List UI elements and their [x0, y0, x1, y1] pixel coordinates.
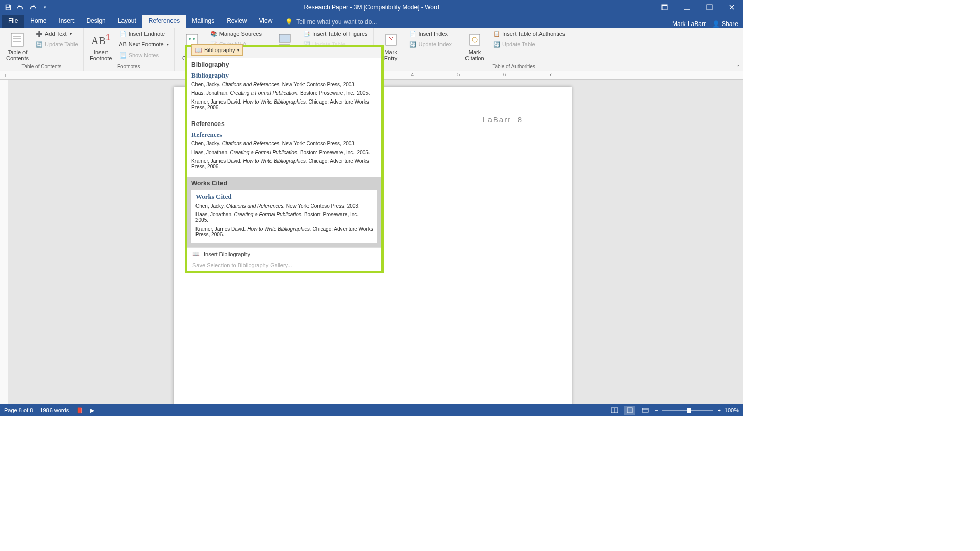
- footnote-label: Insert Footnote: [90, 49, 112, 61]
- svg-rect-10: [186, 34, 198, 45]
- insert-toa-button[interactable]: 📋Insert Table of Authorities: [491, 29, 567, 39]
- toa-icon: 📋: [493, 30, 500, 37]
- undo-icon[interactable]: [15, 2, 26, 12]
- print-layout-icon[interactable]: [624, 406, 635, 415]
- preview-entry: Kramer, James David. How to Write Biblio…: [191, 158, 377, 169]
- share-button[interactable]: 👤 Share: [712, 20, 738, 28]
- tab-design[interactable]: Design: [80, 15, 111, 28]
- preview-entry: Haas, Jonathan. Creating a Formal Public…: [191, 149, 377, 155]
- tell-me-search[interactable]: 💡 Tell me what you want to do...: [281, 16, 381, 28]
- svg-rect-21: [642, 408, 648, 412]
- chevron-down-icon: ▾: [237, 48, 239, 53]
- maximize-button[interactable]: [698, 0, 721, 14]
- zoom-slider[interactable]: [662, 410, 713, 411]
- insert-index-icon: 📄: [409, 30, 416, 37]
- zoom-in-button[interactable]: +: [717, 407, 720, 413]
- insert-endnote-button[interactable]: 📄Insert Endnote: [117, 29, 171, 39]
- bibliography-icon: 📖: [195, 47, 202, 54]
- preview-entry: Chen, Jacky. Citations and References. N…: [195, 203, 373, 209]
- group-label-footnotes: Footnotes: [87, 63, 171, 71]
- endnote-icon: 📄: [119, 30, 127, 37]
- zoom-level[interactable]: 100%: [725, 407, 739, 413]
- preview-title: References: [191, 131, 377, 139]
- quick-access-toolbar: ▾: [0, 2, 50, 12]
- option-works-cited[interactable]: Works Cited Chen, Jacky. Citations and R…: [187, 188, 381, 247]
- window-title: Research Paper - 3M [Compatibility Mode]…: [304, 4, 439, 11]
- insert-bibliography-button[interactable]: 📖 Insert Bibliography: [187, 248, 381, 260]
- tab-home[interactable]: Home: [24, 15, 53, 28]
- toc-label: Table of Contents: [6, 49, 29, 61]
- svg-rect-6: [11, 33, 23, 46]
- word-count[interactable]: 1986 words: [40, 407, 69, 413]
- status-bar: Page 8 of 8 1986 words 📕 ▶ − + 100%: [0, 404, 743, 416]
- qat-customize-icon[interactable]: ▾: [40, 2, 50, 12]
- save-to-gallery-button: Save Selection to Bibliography Gallery..…: [187, 260, 381, 271]
- tab-layout[interactable]: Layout: [112, 15, 142, 28]
- option-references-name: References: [187, 117, 381, 129]
- tell-me-placeholder: Tell me what you want to do...: [296, 18, 377, 26]
- tab-review[interactable]: Review: [220, 15, 253, 28]
- insert-tof-button[interactable]: 📑Insert Table of Figures: [301, 29, 370, 39]
- svg-rect-13: [279, 34, 290, 42]
- svg-rect-15: [386, 34, 396, 45]
- table-of-contents-button[interactable]: Table of Contents: [3, 29, 32, 62]
- ribbon-display-options-icon[interactable]: [653, 0, 676, 14]
- next-footnote-button[interactable]: ABNext Footnote▾: [117, 39, 171, 49]
- group-footnotes: AB1 Insert Footnote 📄Insert Endnote ABNe…: [84, 28, 175, 71]
- spellcheck-icon[interactable]: 📕: [76, 407, 83, 414]
- svg-rect-20: [627, 408, 632, 413]
- share-label: Share: [722, 20, 738, 28]
- svg-rect-16: [470, 34, 480, 45]
- tab-references[interactable]: References: [142, 15, 186, 28]
- redo-icon[interactable]: [28, 2, 38, 12]
- page-indicator[interactable]: Page 8 of 8: [4, 407, 33, 413]
- mark-citation-icon: [467, 32, 483, 48]
- manage-sources-button[interactable]: 📚Manage Sources: [208, 29, 264, 39]
- group-label-toc: Table of Contents: [3, 63, 80, 71]
- bibliography-button[interactable]: 📖 Bibliography ▾: [191, 44, 243, 56]
- tab-view[interactable]: View: [253, 15, 279, 28]
- manage-sources-icon: 📚: [210, 30, 217, 37]
- web-layout-icon[interactable]: [640, 406, 651, 415]
- add-text-button[interactable]: ➕Add Text▾: [34, 29, 80, 39]
- minimize-button[interactable]: [676, 0, 698, 14]
- option-bibliography-name: Bibliography: [187, 58, 381, 69]
- insert-footnote-button[interactable]: AB1 Insert Footnote: [87, 29, 115, 62]
- close-button[interactable]: [721, 0, 743, 14]
- tab-insert[interactable]: Insert: [53, 15, 80, 28]
- option-bibliography[interactable]: Bibliography Chen, Jacky. Citations and …: [187, 69, 381, 117]
- tab-file[interactable]: File: [2, 15, 24, 28]
- preview-entry: Haas, Jonathan. Creating a Formal Public…: [191, 90, 377, 96]
- update-toc-button[interactable]: 🔄Update Table: [34, 39, 80, 49]
- insert-index-button[interactable]: 📄Insert Index: [407, 29, 454, 39]
- save-icon[interactable]: [3, 2, 13, 12]
- macro-icon[interactable]: ▶: [90, 407, 94, 414]
- collapse-ribbon-icon[interactable]: ⌃: [736, 64, 740, 70]
- mark-entry-icon: [383, 32, 399, 48]
- svg-rect-5: [707, 5, 712, 10]
- vertical-ruler[interactable]: [0, 80, 8, 404]
- option-references[interactable]: References Chen, Jacky. Citations and Re…: [187, 129, 381, 177]
- update-toa-button[interactable]: 🔄Update Table: [491, 39, 567, 49]
- option-works-cited-name: Works Cited: [187, 177, 381, 188]
- update-icon: 🔄: [36, 41, 43, 48]
- group-label-authorities: Table of Authorities: [460, 63, 567, 71]
- zoom-out-button[interactable]: −: [655, 407, 658, 413]
- read-mode-icon[interactable]: [609, 406, 620, 415]
- group-index: Mark Entry 📄Insert Index 🔄Update Index I…: [374, 28, 457, 71]
- update-index-button[interactable]: 🔄Update Index: [407, 39, 454, 49]
- preview-title: Works Cited: [195, 193, 373, 201]
- lightbulb-icon: 💡: [285, 18, 293, 26]
- group-authorities: Mark Citation 📋Insert Table of Authoriti…: [457, 28, 570, 71]
- account-name[interactable]: Mark LaBarr: [672, 20, 706, 28]
- mark-citation-button[interactable]: Mark Citation: [460, 29, 489, 62]
- svg-point-12: [193, 38, 195, 40]
- show-notes-button[interactable]: 📃Show Notes: [117, 50, 171, 60]
- preview-title: Bibliography: [191, 71, 377, 80]
- preview-entry: Haas, Jonathan. Creating a Formal Public…: [195, 212, 373, 223]
- preview-entry: Kramer, James David. How to Write Biblio…: [191, 99, 377, 110]
- tab-mailings[interactable]: Mailings: [186, 15, 220, 28]
- bibliography-dropdown: 📖 Bibliography ▾ Built-In Bibliography B…: [185, 45, 384, 273]
- insert-bib-icon: 📖: [192, 251, 200, 257]
- preview-entry: Chen, Jacky. Citations and References. N…: [191, 141, 377, 146]
